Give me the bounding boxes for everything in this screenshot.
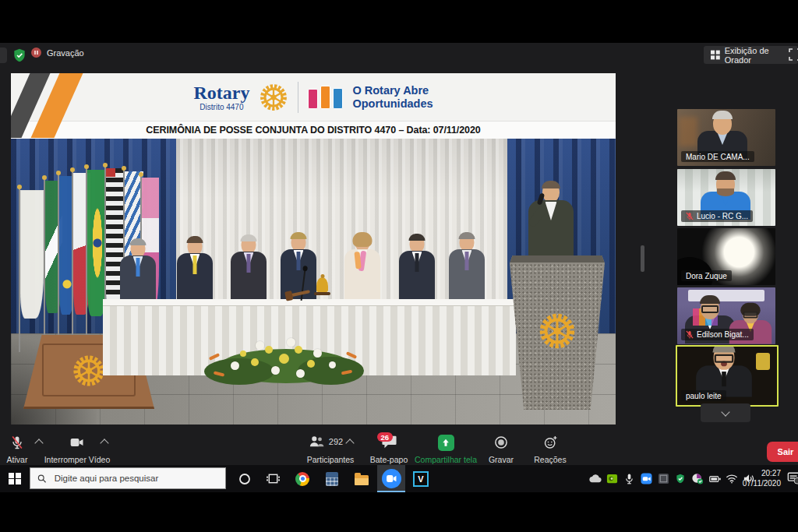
leave-meeting-button[interactable]: Sair	[767, 442, 798, 462]
mic-muted-icon	[9, 435, 25, 450]
task-view-icon	[267, 472, 280, 485]
chrome-icon	[295, 472, 309, 486]
flag	[19, 188, 45, 352]
taskbar-search-box[interactable]	[30, 467, 226, 489]
main-video[interactable]: Rotary Distrito 4470 O Rotary Abre Oport…	[11, 73, 616, 425]
participant-thumbnail-active-speaker[interactable]: paulo leite	[676, 345, 779, 407]
logo-divider	[298, 82, 298, 113]
taskbar-clock[interactable]: 20:27 07/11/2020	[736, 469, 781, 488]
rotary-bell	[316, 277, 328, 292]
file-explorer-taskbar-button[interactable]	[348, 465, 376, 492]
clock-date: 07/11/2020	[736, 479, 781, 489]
more-participants-button[interactable]	[701, 403, 750, 422]
record-button[interactable]: Gravar	[482, 434, 521, 465]
tray-app-icon[interactable]	[655, 473, 672, 484]
rotary-wheel-icon	[259, 83, 288, 112]
nvidia-icon[interactable]	[603, 473, 620, 484]
recording-indicator[interactable]: Gravação	[31, 48, 84, 58]
windows-logo-icon	[9, 473, 21, 485]
speaker-view-button[interactable]: Exibição de Orador	[704, 46, 798, 64]
zoom-app-icon	[382, 469, 401, 488]
chevron-down-icon	[721, 407, 729, 416]
onedrive-icon[interactable]	[586, 474, 603, 483]
avatar	[696, 345, 752, 396]
ceremony-scene	[11, 139, 616, 425]
sidebar-collapse-handle[interactable]	[641, 245, 644, 272]
record-icon	[493, 435, 509, 450]
cortana-icon	[238, 473, 251, 485]
fullscreen-icon[interactable]	[789, 48, 798, 64]
chat-unread-badge: 26	[377, 432, 393, 442]
power-plug-icon[interactable]	[706, 474, 723, 484]
participant-name-label: paulo leite	[681, 390, 726, 401]
notification-center-icon[interactable]	[787, 471, 798, 488]
vegas-taskbar-button[interactable]: V	[407, 465, 435, 492]
calculator-icon	[326, 472, 338, 486]
system-tray	[586, 465, 757, 492]
rotary-tagline: O Rotary Abre Oportunidades	[352, 84, 433, 110]
participant-thumbnail[interactable]: Edilson Bigat...	[677, 287, 775, 344]
clock-time: 20:27	[736, 469, 781, 479]
open-doors-icon	[308, 86, 343, 109]
video-button[interactable]: Interromper Vídeo	[41, 434, 114, 465]
ceremony-banner: CERIMÔNIA DE POSSE CONJUNTA DO DISTRITO …	[11, 121, 616, 139]
encryption-shield-icon[interactable]	[12, 48, 27, 66]
search-icon	[37, 474, 47, 484]
share-screen-button[interactable]: Compartilhar tela	[408, 434, 483, 465]
participant-thumbnail[interactable]: Lucio - RC G...	[677, 169, 775, 226]
participant-name-label: Edilson Bigat...	[681, 329, 754, 340]
granite-podium	[510, 255, 605, 410]
reactions-button[interactable]: Reações	[528, 434, 572, 465]
seated-person	[399, 235, 435, 307]
flower-arrangement	[204, 335, 364, 396]
recording-label: Gravação	[47, 48, 84, 58]
share-screen-icon	[438, 435, 454, 451]
calculator-taskbar-button[interactable]	[318, 465, 346, 492]
participant-thumbnail[interactable]: Dora Zuque	[677, 228, 775, 285]
windows-taskbar: V	[0, 465, 798, 492]
participants-chevron[interactable]	[346, 439, 355, 447]
recording-pause-icon[interactable]	[31, 48, 41, 58]
muted-mic-icon	[686, 212, 694, 221]
cortana-button[interactable]	[231, 465, 259, 492]
participant-name-label: Mario DE CAMA...	[681, 151, 754, 162]
vegas-app-icon: V	[413, 471, 429, 487]
file-explorer-icon	[355, 475, 369, 485]
participants-count: 292	[329, 437, 343, 446]
rotary-header: Rotary Distrito 4470 O Rotary Abre Oport…	[11, 73, 616, 121]
screen: Gravação Exibição de Orador Rotary Distr…	[0, 0, 798, 532]
tray-mic-icon[interactable]	[620, 474, 637, 484]
zoom-taskbar-button[interactable]	[377, 465, 405, 492]
tray-zoom-icon[interactable]	[637, 473, 655, 484]
zoom-meeting-window: Gravação Exibição de Orador Rotary Distr…	[0, 43, 798, 465]
camera-icon	[69, 435, 86, 450]
muted-mic-icon	[686, 330, 694, 340]
participant-name-label: Lucio - RC G...	[681, 210, 753, 222]
window-info-icon[interactable]	[0, 48, 7, 63]
security-shield-icon[interactable]	[672, 473, 689, 484]
rotary-logo: Rotary Distrito 4470	[193, 83, 249, 111]
participant-thumbnail[interactable]: Mario DE CAMA...	[677, 109, 775, 166]
start-button[interactable]	[0, 465, 30, 492]
seated-person	[449, 234, 485, 305]
seated-person	[231, 236, 267, 308]
participants-button[interactable]: 292 Participantes	[299, 434, 362, 465]
task-view-button[interactable]	[259, 465, 287, 492]
search-input[interactable]	[53, 473, 218, 484]
participants-icon	[308, 435, 325, 449]
reactions-icon	[542, 435, 559, 450]
seated-person-woman	[344, 234, 380, 305]
chrome-taskbar-button[interactable]	[288, 465, 316, 492]
mute-button[interactable]: Ativar	[0, 434, 34, 465]
disk-usage-icon[interactable]	[689, 473, 706, 484]
participant-name-label: Dora Zuque	[681, 270, 732, 281]
grid-view-icon	[711, 50, 720, 60]
